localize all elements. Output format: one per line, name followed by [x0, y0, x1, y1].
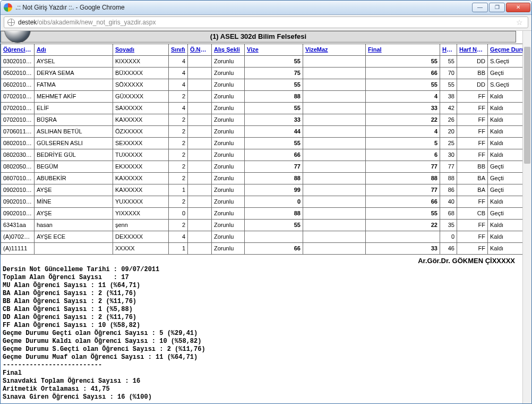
col-harf-notu[interactable]: Harf Notu	[457, 44, 488, 55]
cell-sinifi: 2	[169, 172, 188, 184]
maximize-button[interactable]: ❐	[489, 3, 505, 12]
cell-alis-sekli: Zorunlu	[212, 184, 245, 196]
cell-ogrenci-no: 070601115	[1, 125, 35, 137]
cell-sinifi: 2	[169, 90, 188, 102]
minimize-button[interactable]: —	[472, 3, 488, 12]
table-row: 070201003ELİFSAXXXXX4Zorunlu553342FFKald…	[1, 102, 532, 114]
cell-ogrenci-no: 080201008	[1, 137, 35, 149]
cell-vize-maz	[303, 137, 366, 149]
cell-vize: 75	[245, 67, 303, 79]
cell-soyadi: SAXXXXX	[113, 102, 169, 114]
cell-alis-sekli: Zorunlu	[212, 149, 245, 161]
col-vize[interactable]: Vize	[245, 44, 303, 55]
browser-window: .:: Not Giriş Yazdır ::. - Google Chrome…	[0, 0, 532, 404]
cell-vize: 55	[245, 219, 303, 231]
cell-vize-maz	[303, 55, 366, 67]
instructor-name: Ar.Gör.Dr. GÖKMEN ÇİXXXXX	[1, 255, 522, 266]
cell-vize: 66	[245, 242, 303, 254]
page-content: (1) ASEL 302d Bilim Felsefesi Öğrenci No…	[1, 31, 531, 403]
cell-adi: FATMA	[35, 79, 113, 90]
cell-final: 77	[366, 184, 440, 196]
table-row: 090201016AYŞEYIXXXXX0Zorunlu885568CBGeçt…	[1, 207, 532, 219]
cell-soyadi: şenn	[113, 219, 169, 231]
cell-vize: 55	[245, 79, 303, 90]
cell-final	[366, 231, 440, 242]
cell-alis-sekli: Zorunlu	[212, 55, 245, 67]
cell-hbn: 42	[440, 102, 457, 114]
cell-soyadi: YIXXXXX	[113, 207, 169, 219]
cell-onotu	[188, 172, 212, 184]
cell-vize: 0	[245, 196, 303, 207]
cell-vize-maz	[303, 114, 366, 125]
col-vize-maz[interactable]: VizeMaz	[303, 44, 366, 55]
cell-adi: AYŞE	[35, 184, 113, 196]
cell-sinifi: 1	[169, 242, 188, 254]
cell-adi: ELİF	[35, 102, 113, 114]
bookmark-star-icon[interactable]: ☆	[516, 18, 525, 27]
cell-soyadi: EKXXXXX	[113, 161, 169, 172]
col-soyadi[interactable]: Soyadı	[113, 44, 169, 55]
course-header: (1) ASEL 302d Bilim Felsefesi	[1, 31, 516, 43]
cell-harf-notu: FF	[457, 231, 488, 242]
col-adi[interactable]: Adı	[35, 44, 113, 55]
col-ogrenci-no[interactable]: Öğrenci No	[1, 44, 35, 55]
cell-vize-maz	[303, 125, 366, 137]
cell-harf-notu: BB	[457, 67, 488, 79]
cell-ogrenci-no: 080205019	[1, 161, 35, 172]
cell-alis-sekli: Zorunlu	[212, 161, 245, 172]
table-row: 080701028ABUBEKİRKAXXXXX2Zorunlu888888BA…	[1, 172, 532, 184]
cell-onotu	[188, 55, 212, 67]
cell-sinifi: 4	[169, 231, 188, 242]
vertical-scrollbar[interactable]	[522, 31, 531, 403]
cell-onotu	[188, 149, 212, 161]
cell-soyadi: BÜXXXXX	[113, 67, 169, 79]
cell-vize-maz	[303, 219, 366, 231]
cell-sinifi: 2	[169, 137, 188, 149]
cell-vize-maz	[303, 207, 366, 219]
cell-harf-notu: BA	[457, 184, 488, 196]
cell-soyadi: GÜXXXXX	[113, 90, 169, 102]
cell-soyadi: TUXXXXX	[113, 149, 169, 161]
cell-hbn: 55	[440, 55, 457, 67]
cell-ogrenci-no: 070201001	[1, 90, 35, 102]
cell-ogrenci-no: (A)070201010	[1, 231, 35, 242]
cell-vize: 55	[245, 102, 303, 114]
cell-harf-notu: BA	[457, 172, 488, 184]
url-host: destek	[18, 19, 37, 26]
close-button[interactable]: ✕	[506, 3, 530, 12]
cell-soyadi: KAXXXXX	[113, 184, 169, 196]
cell-ogrenci-no: 080203012	[1, 149, 35, 161]
col-sinifi[interactable]: Sınıfı	[169, 44, 188, 55]
grades-table: Öğrenci No Adı Soyadı Sınıfı Ö.Notu Alış…	[1, 44, 531, 255]
col-final[interactable]: Final	[366, 44, 440, 55]
table-row: 060201014FATMASÖXXXXX4Zorunlu555555DDS.G…	[1, 79, 532, 90]
cell-vize-maz	[303, 149, 366, 161]
cell-onotu	[188, 161, 212, 172]
cell-vize: 88	[245, 172, 303, 184]
cell-alis-sekli: Zorunlu	[212, 231, 245, 242]
cell-alis-sekli: Zorunlu	[212, 114, 245, 125]
cell-adi: MEHMET AKİF	[35, 90, 113, 102]
cell-soyadi: KIXXXXX	[113, 55, 169, 67]
col-hbn[interactable]: HBN	[440, 44, 457, 55]
cell-ogrenci-no: 050201012	[1, 67, 35, 79]
cell-final: 66	[366, 67, 440, 79]
cell-ogrenci-no: 090201016	[1, 207, 35, 219]
cell-onotu	[188, 67, 212, 79]
table-row: (A)11111XXXXX1Zorunlu663346FFKaldı	[1, 242, 532, 254]
cell-ogrenci-no: 030201019	[1, 55, 35, 67]
cell-final: 55	[366, 207, 440, 219]
cell-sinifi: 2	[169, 161, 188, 172]
col-onotu[interactable]: Ö.Notu	[188, 44, 212, 55]
cell-alis-sekli: Zorunlu	[212, 125, 245, 137]
table-row: 090201009MİNEYUXXXXX2Zorunlu06640FFKaldı	[1, 196, 532, 207]
table-row: 070201007BÜŞRAKAXXXXX2Zorunlu332226FFKal…	[1, 114, 532, 125]
cell-final: 4	[366, 125, 440, 137]
cell-hbn: 20	[440, 125, 457, 137]
scrollbar-thumb[interactable]	[524, 47, 530, 164]
col-alis-sekli[interactable]: Alış Şekli	[212, 44, 245, 55]
cell-hbn: 0	[440, 231, 457, 242]
cell-vize-maz	[303, 161, 366, 172]
cell-onotu	[188, 137, 212, 149]
address-bar[interactable]: destek/oibs/akademik/new_not_giris_yazdi…	[4, 16, 528, 28]
